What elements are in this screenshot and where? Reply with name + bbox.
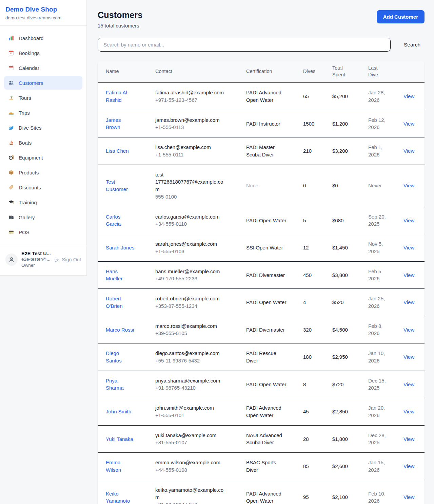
sidebar-item-trips[interactable]: Trips [4, 106, 82, 119]
view-link[interactable]: View [403, 218, 414, 223]
sidebar-item-label: Discounts [19, 185, 41, 190]
avatar [5, 254, 18, 266]
graduation-cap-icon [8, 199, 14, 205]
cell-total-spent: $3,200 [332, 137, 368, 165]
add-customer-button[interactable]: Add Customer [377, 10, 425, 23]
sidebar-item-boats[interactable]: Boats [4, 136, 82, 149]
sidebar: Demo Dive Shop demo.test.divestreams.com… [0, 0, 87, 276]
customer-name-link[interactable]: Diego Santos [106, 350, 122, 363]
customer-name-link[interactable]: Robert O'Brien [106, 296, 123, 309]
customer-email: marco.rossi@example.com [155, 322, 226, 330]
cell-name: Emma Wilson [98, 453, 155, 480]
sidebar-item-gallery[interactable]: Gallery [4, 210, 82, 224]
cell-certification: PADI Advanced Open Water [246, 398, 303, 426]
view-link[interactable]: View [403, 381, 414, 387]
cell-last-dive: Feb 5, 2026 [368, 261, 403, 289]
camera-icon [8, 214, 14, 220]
sidebar-item-dive-sites[interactable]: Dive Sites [4, 121, 82, 134]
customer-email: sarah.jones@example.com [155, 240, 226, 248]
view-link[interactable]: View [403, 148, 414, 154]
view-link[interactable]: View [403, 299, 414, 305]
cell-name: Lisa Chen [98, 137, 155, 165]
view-link[interactable]: View [403, 463, 414, 469]
cell-total-spent: $1,200 [332, 110, 368, 137]
sidebar-item-calendar[interactable]: Calendar [4, 61, 82, 75]
customer-name-link[interactable]: Sarah Jones [106, 245, 134, 250]
customer-email: yuki.tanaka@example.com [155, 432, 226, 439]
main-content: Customers 15 total customers Add Custome… [87, 0, 434, 504]
cell-name: Keiko Yamamoto [98, 480, 155, 504]
customer-name-link[interactable]: Test Customer [106, 179, 128, 192]
column-header-last-dive: Last Dive [368, 60, 403, 83]
view-link[interactable]: View [403, 93, 414, 99]
spiral-calendar-icon [8, 65, 14, 71]
customer-email: carlos.garcia@example.com [155, 213, 226, 221]
sidebar-item-tours[interactable]: Tours [4, 91, 82, 105]
search-button[interactable]: Search [400, 38, 425, 51]
cell-total-spent: $4,500 [332, 316, 368, 343]
cell-certification: PADI Advanced Open Water [246, 83, 303, 110]
customer-name-link[interactable]: Priya Sharma [106, 378, 124, 391]
customer-email: test-1772681807767@example.com [155, 171, 226, 193]
view-link[interactable]: View [403, 354, 414, 360]
sign-out-label: Sign Out [62, 257, 81, 262]
search-input[interactable] [98, 38, 391, 52]
customer-name-link[interactable]: John Smith [106, 409, 131, 414]
view-link[interactable]: View [403, 327, 414, 333]
sidebar-item-label: Dashboard [19, 35, 43, 41]
island-icon [8, 95, 14, 101]
customer-phone: +91-98765-43210 [155, 384, 226, 392]
sailboat-icon [8, 139, 14, 146]
view-link[interactable]: View [403, 494, 414, 500]
customer-email: robert.obrien@example.com [155, 295, 226, 302]
sidebar-item-pos[interactable]: POS [4, 225, 82, 239]
cell-name: Yuki Tanaka [98, 425, 155, 453]
customer-name-link[interactable]: Emma Wilson [106, 460, 121, 473]
cell-last-dive: Dec 28, 2025 [368, 425, 403, 453]
customer-name-link[interactable]: Marco Rossi [106, 327, 134, 333]
customer-email: lisa.chen@example.com [155, 144, 226, 151]
bar-chart-icon [8, 35, 14, 41]
cell-actions: View [403, 425, 425, 453]
table-row: Carlos Garciacarlos.garcia@example.com+3… [98, 207, 425, 234]
cell-actions: View [403, 343, 425, 371]
cell-actions: View [403, 289, 425, 316]
customer-name-link[interactable]: Yuki Tanaka [106, 436, 133, 442]
view-link[interactable]: View [403, 245, 414, 250]
customer-count: 15 total customers [98, 23, 142, 29]
customer-phone: +1-555-0111 [155, 151, 226, 158]
sidebar-item-bookings[interactable]: 17Bookings [4, 46, 82, 60]
customer-name-link[interactable]: James Brown [106, 117, 121, 130]
customer-name-link[interactable]: Fatima Al-Rashid [106, 90, 129, 103]
cell-contact: james.brown@example.com+1-555-0113 [155, 110, 246, 137]
customer-name-link[interactable]: Carlos Garcia [106, 214, 121, 227]
customer-name-link[interactable]: Hans Mueller [106, 268, 122, 282]
table-row: Marco Rossimarco.rossi@example.com+39-55… [98, 316, 425, 343]
view-link[interactable]: View [403, 272, 414, 278]
sidebar-item-customers[interactable]: Customers [4, 76, 82, 90]
view-link[interactable]: View [403, 436, 414, 442]
cell-actions: View [403, 453, 425, 480]
cell-total-spent: $2,600 [332, 453, 368, 480]
cell-contact: hans.mueller@example.com+49-170-555-2233 [155, 261, 246, 289]
customer-name-link[interactable]: Keiko Yamamoto [106, 491, 130, 504]
sidebar-item-equipment[interactable]: Equipment [4, 151, 82, 164]
sidebar-item-label: Tours [19, 95, 31, 101]
view-link[interactable]: View [403, 121, 414, 127]
view-link[interactable]: View [403, 409, 414, 414]
table-row: John Smithjohn.smith@example.com+1-555-0… [98, 398, 425, 426]
view-link[interactable]: View [403, 183, 414, 188]
cell-certification: None [246, 165, 303, 207]
sidebar-item-training[interactable]: Training [4, 195, 82, 209]
cell-contact: marco.rossi@example.com+39-555-0105 [155, 316, 246, 343]
sidebar-item-label: Equipment [19, 155, 43, 161]
cell-dives: 12 [303, 234, 332, 262]
customer-name-link[interactable]: Lisa Chen [106, 148, 129, 154]
table-row: Hans Muellerhans.mueller@example.com+49-… [98, 261, 425, 289]
sidebar-item-dashboard[interactable]: Dashboard [4, 31, 82, 45]
customer-email: hans.mueller@example.com [155, 268, 226, 275]
sign-out-button[interactable]: Sign Out [54, 257, 81, 263]
table-row: Yuki Tanakayuki.tanaka@example.com+81-55… [98, 425, 425, 453]
sidebar-item-discounts[interactable]: Discounts [4, 181, 82, 194]
sidebar-item-products[interactable]: Products [4, 166, 82, 179]
